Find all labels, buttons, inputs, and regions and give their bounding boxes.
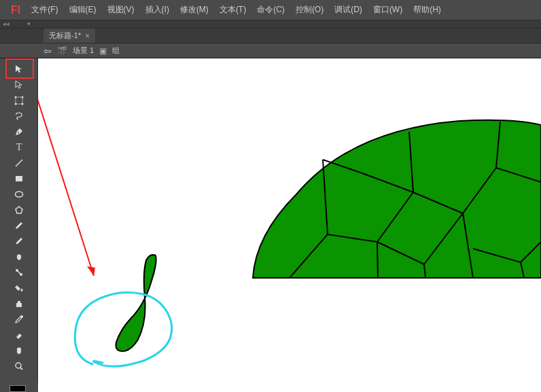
pencil-tool[interactable] xyxy=(10,217,29,233)
ink-bottle-tool[interactable] xyxy=(10,296,29,311)
app-logo: Fl xyxy=(5,4,26,16)
stage-canvas[interactable] xyxy=(38,58,541,392)
workspace-dropdown-icon[interactable]: ▾ xyxy=(27,20,31,27)
rectangle-tool[interactable] xyxy=(10,171,29,186)
subselection-tool[interactable] xyxy=(10,77,29,92)
lasso-tool[interactable] xyxy=(10,108,29,124)
svg-rect-15 xyxy=(18,301,20,303)
line-tool[interactable] xyxy=(10,155,29,171)
menu-control[interactable]: 控制(O) xyxy=(290,1,329,18)
close-icon[interactable]: × xyxy=(85,31,90,41)
free-transform-tool[interactable] xyxy=(10,92,29,108)
bone-tool[interactable] xyxy=(10,264,29,280)
tab-untitled-1[interactable]: 无标题-1* × xyxy=(43,29,95,43)
svg-point-16 xyxy=(20,315,23,318)
svg-point-17 xyxy=(16,363,21,368)
svg-point-2 xyxy=(22,96,24,98)
hand-tool[interactable] xyxy=(10,342,29,358)
menubar: Fl 文件(F) 编辑(E) 视图(V) 插入(I) 修改(M) 文本(T) 命… xyxy=(0,0,541,20)
svg-point-13 xyxy=(21,289,23,291)
eraser-tool[interactable] xyxy=(10,327,29,342)
color-swatch-area xyxy=(0,382,38,392)
collapse-icon[interactable]: ◂◂ xyxy=(3,20,10,27)
main-area: T xyxy=(0,58,541,392)
text-tool[interactable]: T xyxy=(10,139,29,155)
svg-point-3 xyxy=(15,103,17,105)
stroke-color-swatch[interactable] xyxy=(10,385,26,392)
annotation-arrow xyxy=(38,58,95,276)
svg-point-8 xyxy=(16,192,23,197)
tab-title: 无标题-1* xyxy=(49,31,81,41)
svg-point-1 xyxy=(15,96,17,98)
deco-tool[interactable] xyxy=(10,249,29,264)
svg-marker-20 xyxy=(87,266,95,276)
oval-tool[interactable] xyxy=(10,186,29,202)
scene-name[interactable]: 场景 1 xyxy=(73,46,94,56)
pen-tool[interactable] xyxy=(10,124,29,139)
svg-line-12 xyxy=(18,271,20,274)
group-name[interactable]: 组 xyxy=(112,46,120,56)
svg-point-5 xyxy=(18,132,19,133)
back-arrow-icon[interactable]: ⇦ xyxy=(43,46,52,56)
workspace-row: ◂◂ ▾ xyxy=(0,20,541,29)
scene-icon: 🎬 xyxy=(57,46,67,56)
menu-text[interactable]: 文本(T) xyxy=(214,1,251,18)
eyedropper-tool[interactable] xyxy=(10,311,29,327)
group-icon: ▣ xyxy=(99,46,107,56)
svg-rect-7 xyxy=(16,176,22,181)
svg-line-6 xyxy=(16,160,22,166)
menu-debug[interactable]: 调试(D) xyxy=(329,1,368,18)
document-tabs: 无标题-1* × xyxy=(0,29,541,43)
edit-bar: ⇦ 🎬 场景 1 ▣ 组 xyxy=(0,43,541,58)
menu-file[interactable]: 文件(F) xyxy=(26,1,63,18)
svg-point-4 xyxy=(22,103,24,105)
menu-window[interactable]: 窗口(W) xyxy=(368,1,408,18)
brush-tool[interactable] xyxy=(10,233,29,249)
menu-modify[interactable]: 修改(M) xyxy=(175,1,214,18)
menu-commands[interactable]: 命令(C) xyxy=(251,1,290,18)
svg-rect-0 xyxy=(16,97,22,104)
svg-line-19 xyxy=(38,58,94,276)
menu-view[interactable]: 视图(V) xyxy=(102,1,140,18)
menu-edit[interactable]: 编辑(E) xyxy=(64,1,102,18)
selection-tool[interactable] xyxy=(10,61,29,77)
zoom-tool[interactable] xyxy=(10,358,29,374)
turtle-leg-shape[interactable] xyxy=(116,255,156,351)
svg-line-18 xyxy=(20,368,22,370)
svg-rect-14 xyxy=(16,303,22,307)
menu-insert[interactable]: 插入(I) xyxy=(140,1,175,18)
paint-bucket-tool[interactable] xyxy=(10,280,29,296)
polystar-tool[interactable] xyxy=(10,202,29,217)
menu-help[interactable]: 帮助(H) xyxy=(408,1,447,18)
svg-marker-9 xyxy=(16,207,22,213)
tool-panel: T xyxy=(0,58,38,392)
turtle-shell-shape[interactable] xyxy=(253,120,541,278)
